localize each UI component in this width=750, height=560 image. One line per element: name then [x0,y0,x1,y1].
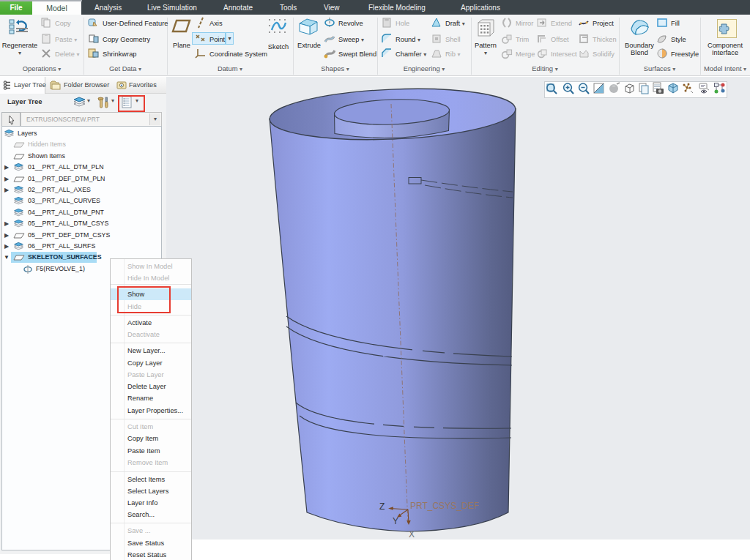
svg-text:X: X [409,529,415,540]
svg-text:Y: Y [393,516,398,526]
svg-text:PRT_CSYS_DEF: PRT_CSYS_DEF [410,501,479,511]
svg-text:Z: Z [379,501,385,512]
